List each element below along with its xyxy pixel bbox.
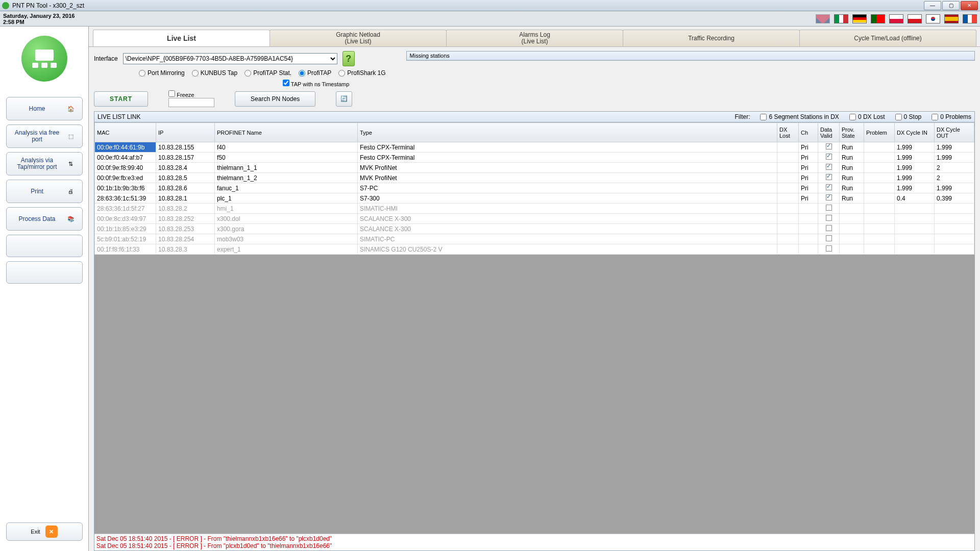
start-button[interactable]: START — [94, 91, 148, 107]
flag-fr[interactable] — [963, 14, 977, 23]
tab-cycle-time[interactable]: Cycle Time/Load (offline) — [799, 30, 976, 46]
radio-profitap-stat[interactable]: ProfiTAP Stat. — [244, 69, 291, 77]
table-row[interactable]: 00:1b:1b:85:e3:2910.83.28.253x300.goraSC… — [95, 224, 974, 234]
nav-process-data[interactable]: Process Data 📚 — [6, 207, 83, 231]
missing-stations-header: Missing stations — [407, 52, 974, 60]
exit-icon: ✕ — [45, 525, 58, 538]
col-cin[interactable]: DX Cycle IN — [895, 123, 935, 142]
table-row[interactable]: 00:0e:8c:d3:49:9710.83.28.252x300.dolSCA… — [95, 214, 974, 224]
grid-empty-area — [94, 255, 974, 534]
error-line: Sat Dec 05 18:51:40 2015 - [ ERROR ] - F… — [96, 542, 972, 549]
table-row[interactable]: 00:1f:f8:f6:1f:3310.83.28.3expert_1SINAM… — [95, 244, 974, 255]
list-title: LIVE LIST LINK — [97, 113, 734, 120]
radio-profishark[interactable]: ProfiShark 1G — [338, 69, 385, 77]
help-icon[interactable]: ? — [342, 51, 355, 66]
nav-home[interactable]: Home 🏠 — [6, 97, 83, 120]
tap-icon: ⇅ — [64, 157, 78, 171]
col-name[interactable]: PROFINET Name — [215, 123, 358, 142]
sidebar: Home 🏠 Analysis via free port ⬚ Analysis… — [0, 27, 89, 551]
filter-stop[interactable]: 0 Stop — [895, 113, 922, 120]
flag-pl[interactable] — [889, 14, 903, 23]
missing-stations-panel: Missing stations — [406, 51, 975, 61]
table-row[interactable]: 5c:b9:01:ab:52:1910.83.28.254mob3w03SIMA… — [95, 234, 974, 244]
minimize-button[interactable]: — — [924, 1, 941, 10]
flag-uk[interactable] — [816, 14, 830, 23]
col-mac[interactable]: MAC — [95, 123, 156, 142]
flag-cz[interactable] — [908, 14, 922, 23]
col-ip[interactable]: IP — [156, 123, 215, 142]
print-icon: 🖨 — [64, 184, 78, 198]
search-pn-button[interactable]: Search PN Nodes — [235, 91, 315, 107]
interface-label: Interface — [94, 55, 118, 62]
capture-mode-radios: Port Mirroring KUNBUS Tap ProfiTAP Stat.… — [139, 69, 386, 77]
data-icon: 📚 — [64, 212, 78, 226]
tab-alarms-log[interactable]: Alarms Log(Live List) — [446, 30, 623, 46]
table-row[interactable]: 00:0e:f0:44:af:b710.83.28.157f50Festo CP… — [95, 153, 974, 163]
radio-kunbus[interactable]: KUNBUS Tap — [192, 69, 237, 77]
error-log: Sat Dec 05 18:51:40 2015 - [ ERROR ] - F… — [94, 534, 974, 550]
nav-empty-2 — [6, 261, 83, 284]
freeze-input[interactable] — [168, 98, 214, 107]
network-icon: ⬚ — [64, 129, 78, 143]
table-row[interactable]: 00:0f:9e:fb:e3:ed10.83.28.5thielmann_1_2… — [95, 173, 974, 183]
maximize-button[interactable]: ▢ — [942, 1, 960, 10]
flag-kr[interactable] — [926, 14, 940, 23]
list-header: LIVE LIST LINK Filter: 6 Segment Station… — [94, 111, 975, 122]
app-logo — [21, 36, 67, 82]
col-ch[interactable]: Ch — [799, 123, 818, 142]
filter-problems[interactable]: 0 Problems — [932, 113, 971, 120]
live-list-grid: MAC IP PROFINET Name Type DX Lost Ch Dat… — [94, 122, 975, 551]
flag-de[interactable] — [852, 14, 867, 23]
flag-it[interactable] — [834, 14, 848, 23]
close-button[interactable]: ✕ — [961, 1, 978, 10]
freeze-checkbox[interactable]: Freeze — [168, 90, 194, 98]
table-row[interactable]: 28:63:36:1d:5f:2710.83.28.2hmi_1SIMATIC-… — [95, 204, 974, 214]
col-cout[interactable]: DX Cycle OUT — [935, 123, 974, 142]
nav-print[interactable]: Print 🖨 — [6, 180, 83, 203]
nav-analysis-free-port[interactable]: Analysis via free port ⬚ — [6, 124, 83, 148]
tabs: Live List Graphic Netload(Live List) Ala… — [89, 27, 980, 47]
table-row[interactable]: 00:0e:f0:44:61:9b10.83.28.155f40Festo CP… — [95, 142, 974, 153]
radio-port-mirroring[interactable]: Port Mirroring — [139, 69, 185, 77]
col-prov[interactable]: Prov. State — [840, 123, 864, 142]
filter-dxlost[interactable]: 0 DX Lost — [849, 113, 885, 120]
chk-tap-ns[interactable]: TAP with ns Timestamp — [283, 80, 349, 87]
flag-es[interactable] — [944, 14, 959, 23]
flag-pt[interactable] — [871, 14, 885, 23]
error-line: Sat Dec 05 18:51:40 2015 - [ ERROR ] - F… — [96, 535, 972, 542]
date-bar: Saturday, January 23, 2016 2:58 PM — [0, 11, 980, 27]
col-problem[interactable]: Problem — [864, 123, 895, 142]
filter-label: Filter: — [734, 113, 750, 120]
date-text: Saturday, January 23, 2016 — [3, 13, 75, 19]
home-icon: 🏠 — [64, 102, 78, 116]
table-row[interactable]: 00:1b:1b:9b:3b:f610.83.28.6fanuc_1S7-PCP… — [95, 183, 974, 193]
table-row[interactable]: 00:0f:9e:f8:99:4010.83.28.4thielmann_1_1… — [95, 163, 974, 173]
nav-analysis-tap[interactable]: Analysis via Tap/mirror port ⇅ — [6, 152, 83, 176]
filter-segment[interactable]: 6 Segment Stations in DX — [760, 113, 839, 120]
col-valid[interactable]: Data Valid — [818, 123, 840, 142]
nav-empty-1 — [6, 235, 83, 257]
interface-select[interactable]: \Device\NPF_{005B9F69-7703-4B5D-A8EB-A75… — [123, 53, 337, 64]
time-text: 2:58 PM — [3, 19, 75, 25]
tab-live-list[interactable]: Live List — [93, 30, 270, 46]
refresh-icon[interactable]: 🔄 — [336, 91, 352, 107]
live-list-table[interactable]: MAC IP PROFINET Name Type DX Lost Ch Dat… — [94, 122, 974, 255]
tab-graphic-netload[interactable]: Graphic Netload(Live List) — [270, 30, 447, 46]
window-titlebar: PNT PN Tool - x300_2_szt — ▢ ✕ — [0, 0, 980, 11]
radio-profitap[interactable]: ProfiTAP — [299, 69, 331, 77]
app-icon — [2, 2, 9, 9]
window-title: PNT PN Tool - x300_2_szt — [12, 2, 924, 9]
exit-button[interactable]: Exit ✕ — [6, 522, 83, 541]
language-flags — [816, 14, 977, 23]
table-row[interactable]: 28:63:36:1c:51:3910.83.28.1plc_1S7-300Pr… — [95, 193, 974, 204]
tab-traffic-recording[interactable]: Traffic Recording — [623, 30, 800, 46]
col-dxlost[interactable]: DX Lost — [777, 123, 799, 142]
toolbar: Interface \Device\NPF_{005B9F69-7703-4B5… — [89, 47, 980, 110]
col-type[interactable]: Type — [358, 123, 777, 142]
